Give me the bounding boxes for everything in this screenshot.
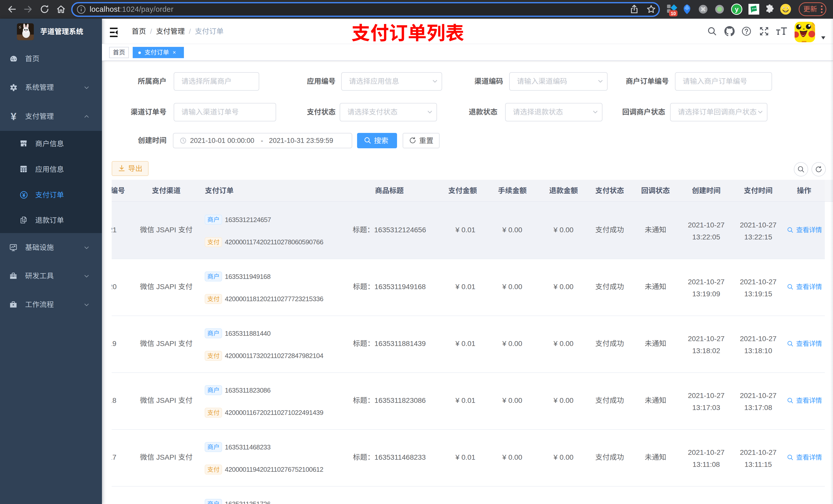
svg-text:y: y bbox=[735, 5, 739, 13]
svg-text:⌘: ⌘ bbox=[700, 6, 706, 12]
svg-text:10: 10 bbox=[671, 11, 676, 16]
